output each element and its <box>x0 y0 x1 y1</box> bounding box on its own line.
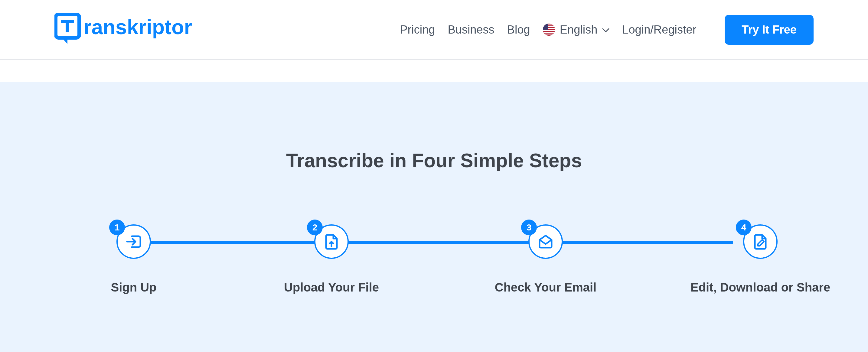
svg-rect-6 <box>543 25 555 25</box>
steps-timeline: 1 Sign Up 2 <box>105 224 763 303</box>
step-3: 3 Check Your Email <box>515 224 576 294</box>
step-label: Sign Up <box>111 281 156 294</box>
section-title: Transcribe in Four Simple Steps <box>0 149 868 172</box>
step-label: Check Your Email <box>495 281 596 294</box>
step-2: 2 Upload Your File <box>301 224 362 294</box>
steps-section: Transcribe in Four Simple Steps 1 Sign U… <box>0 82 868 352</box>
main-nav: Pricing Business Blog English <box>400 15 813 45</box>
spacer <box>0 60 868 82</box>
step-4: 4 Edit, Download or Share <box>730 224 790 294</box>
try-it-free-button[interactable]: Try It Free <box>725 15 813 45</box>
svg-rect-2 <box>66 20 69 32</box>
step-number-badge: 4 <box>736 220 751 235</box>
step-label: Edit, Download or Share <box>690 281 830 294</box>
svg-rect-11 <box>543 34 555 34</box>
nav-login-register[interactable]: Login/Register <box>622 23 696 36</box>
signin-icon <box>125 233 142 250</box>
chevron-down-icon <box>602 28 610 33</box>
step-1: 1 Sign Up <box>103 224 164 294</box>
nav-pricing[interactable]: Pricing <box>400 23 435 36</box>
email-icon <box>537 233 554 250</box>
nav-business[interactable]: Business <box>447 23 494 36</box>
header: ranskriptor Pricing Business Blog E <box>0 0 868 60</box>
step-number-badge: 2 <box>307 220 323 235</box>
logo[interactable]: ranskriptor <box>55 13 224 46</box>
timeline-line <box>135 241 733 244</box>
svg-text:ranskriptor: ranskriptor <box>84 15 192 38</box>
svg-rect-9 <box>543 30 555 31</box>
upload-file-icon <box>323 233 340 250</box>
step-number-badge: 1 <box>109 220 125 235</box>
edit-file-icon <box>752 233 769 250</box>
nav-blog[interactable]: Blog <box>507 23 530 36</box>
language-selector[interactable]: English <box>543 23 610 36</box>
svg-rect-10 <box>543 32 555 33</box>
step-label: Upload Your File <box>284 281 379 294</box>
us-flag-icon <box>543 24 555 36</box>
logo-icon: ranskriptor <box>55 13 224 46</box>
svg-rect-12 <box>543 24 548 30</box>
language-label: English <box>560 23 598 36</box>
step-number-badge: 3 <box>521 220 537 235</box>
